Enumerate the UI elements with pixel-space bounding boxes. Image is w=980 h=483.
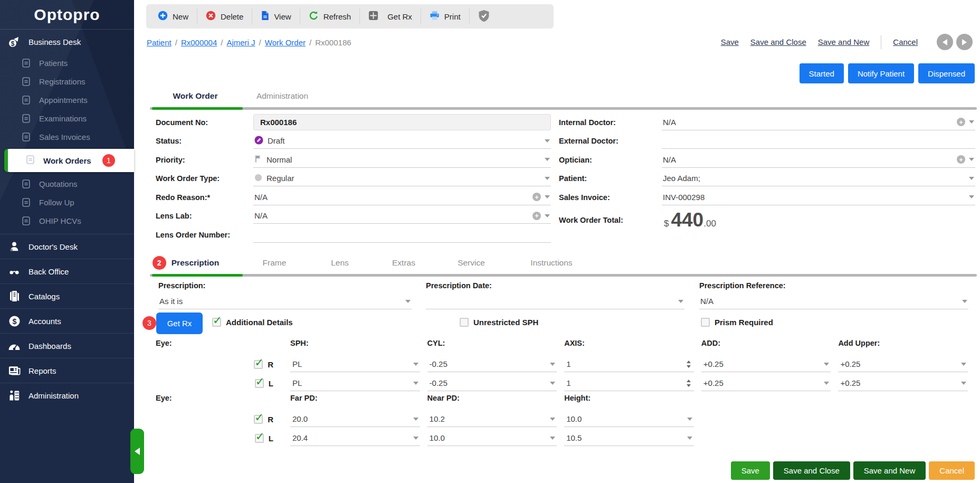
redo-reason-select[interactable]: N/A + [253,190,551,205]
cyl-right-select[interactable]: -0.25 [427,356,557,372]
tab-prescription-label: Prescription [172,258,219,268]
spinner-icon[interactable] [687,361,691,368]
dispensed-button[interactable]: Dispensed [918,63,975,83]
prescription-select[interactable]: As it is [158,293,412,309]
sidebar-item-ohip-hcvs[interactable]: OHIP HCVs [0,212,134,230]
footer-save-and-new-button[interactable]: Save and New [853,461,926,480]
breadcrumb-patient-name-link[interactable]: Ajmeri J [226,38,255,47]
add-circle-icon[interactable]: + [532,212,541,220]
save-and-close-link[interactable]: Save and Close [750,37,806,46]
internal-doctor-select[interactable]: N/A + [662,115,975,130]
sidebar-item-examinations[interactable]: Examinations [0,109,134,128]
sidebar-item-appointments[interactable]: Appointments [0,91,134,109]
sales-invoice-select[interactable]: INV-000298 [662,190,975,205]
external-doctor-input[interactable] [662,133,975,149]
tab-frame[interactable]: Frame [241,258,308,268]
tab-lens[interactable]: Lens [308,258,372,268]
height-left-select[interactable]: 10.5 [564,430,694,446]
sidebar-item-patients[interactable]: Patients [0,54,134,72]
sidebar-section-reports[interactable]: Reports [0,358,134,383]
prism-required-checkbox[interactable] [701,318,710,327]
far-pd-left-select[interactable]: 20.4 [290,430,420,446]
work-order-type-select[interactable]: Regular [253,171,551,186]
save-and-new-link[interactable]: Save and New [818,37,870,46]
spinner-icon[interactable] [687,380,691,387]
far-pd-right-select[interactable]: 20.0 [290,411,420,427]
lens-order-number-input[interactable] [253,227,551,243]
breadcrumb-patient-link[interactable]: Patient [147,38,172,47]
next-record-button[interactable] [956,34,973,50]
height-right-select[interactable]: 10.0 [564,411,694,427]
sidebar-section-business-desk[interactable]: $ Business Desk [0,30,134,54]
tab-work-order[interactable]: Work Order [150,91,241,101]
status-select[interactable]: Draft [253,133,551,149]
sph-right-select[interactable]: PL [290,356,420,372]
additional-details-checkbox[interactable] [212,318,221,327]
sidebar-section-catalogs[interactable]: Catalogs [0,283,134,308]
new-button[interactable]: New [149,4,197,29]
axis-right-stepper[interactable]: 1 [564,356,694,372]
cyl-left-select[interactable]: -0.25 [427,375,557,391]
footer-save-and-close-button[interactable]: Save and Close [773,461,850,480]
refresh-button[interactable]: Refresh [300,4,360,29]
patient-select[interactable]: Jeo Adam; [662,171,975,186]
tab-extras[interactable]: Extras [372,258,436,268]
security-shield-button[interactable] [470,4,498,29]
get-rx-action-button[interactable]: Get Rx [156,312,203,334]
add-left-select[interactable]: +0.25 [701,375,831,391]
delete-button[interactable]: Delete [197,4,252,29]
notify-patient-button[interactable]: Notify Patient [848,63,914,83]
tab-instructions[interactable]: Instructions [507,258,596,268]
add-circle-icon[interactable]: + [957,118,965,126]
left-eye-checkbox[interactable] [255,434,264,443]
add-circle-icon[interactable]: + [532,193,541,201]
sidebar-item-work-orders-active[interactable]: Work Orders 1 [4,149,134,172]
right-eye-checkbox[interactable] [254,360,263,369]
near-pd-left-select[interactable]: 10.0 [427,430,557,446]
sidebar-section-label: Administration [28,391,79,400]
tab-service[interactable]: Service [436,258,507,268]
right-eye-checkbox[interactable] [254,415,263,424]
chevron-down-icon [405,300,411,303]
started-button[interactable]: Started [800,63,844,83]
rx-row-right-eye: R [156,355,290,374]
lens-lab-select[interactable]: N/A + [253,208,551,224]
sidebar-section-back-office[interactable]: Back Office [0,259,134,283]
axis-left-stepper[interactable]: 1 [564,375,694,391]
sidebar-item-registrations[interactable]: Registrations [0,72,134,91]
sidebar-section-doctors-desk[interactable]: Doctor's Desk [0,234,134,259]
tab-prescription[interactable]: 2 Prescription [150,256,241,270]
previous-record-button[interactable] [937,34,953,50]
breadcrumb-work-order-link[interactable]: Work Order [265,38,306,47]
add-upper-left-select[interactable]: +0.25 [838,375,968,391]
save-link[interactable]: Save [721,37,739,46]
add-circle-icon[interactable]: + [957,155,965,164]
left-eye-checkbox[interactable] [255,379,264,388]
add-right-select[interactable]: +0.25 [701,356,831,372]
cancel-link[interactable]: Cancel [893,37,918,46]
priority-select[interactable]: Normal [253,152,551,168]
sidebar-collapse-handle[interactable] [130,429,144,474]
print-button[interactable]: Print [421,4,469,29]
tab-administration[interactable]: Administration [241,91,324,101]
sph-left-select[interactable]: PL [290,375,420,391]
breadcrumb-rx-link[interactable]: Rx000004 [181,38,217,47]
sidebar-item-sales-invoices[interactable]: Sales Invoices [0,128,134,146]
add-upper-right-select[interactable]: +0.25 [838,356,968,372]
sidebar-section-dashboards[interactable]: Dashboards [0,333,134,358]
near-pd-right-select[interactable]: 10.2 [427,411,557,427]
sidebar-item-quotations[interactable]: Quotations [0,175,134,193]
document-no-input[interactable] [253,114,551,130]
logo-container[interactable]: Optopro [0,0,134,30]
prescription-reference-select[interactable]: N/A [699,293,968,309]
view-button[interactable]: View [252,4,299,29]
unrestricted-sph-checkbox[interactable] [460,318,469,327]
sidebar-item-follow-up[interactable]: Follow Up [0,193,134,212]
sidebar-section-accounts[interactable]: $ Accounts [0,308,134,333]
footer-cancel-button[interactable]: Cancel [929,461,975,480]
optician-select[interactable]: N/A + [662,152,975,168]
footer-save-button[interactable]: Save [731,461,770,480]
prescription-date-select[interactable] [426,293,684,309]
sidebar-section-administration[interactable]: Administration [0,383,134,408]
get-rx-button[interactable]: Get Rx [360,4,421,29]
